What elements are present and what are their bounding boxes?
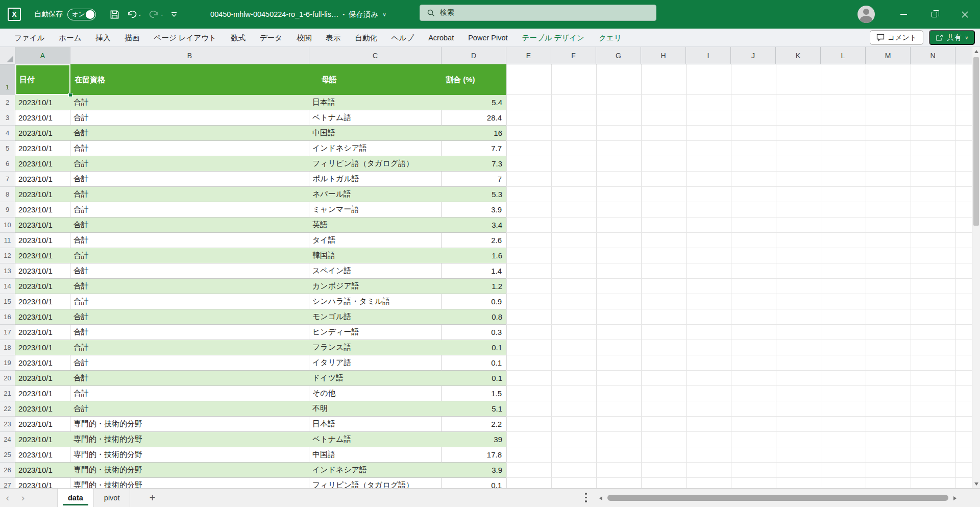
- row-header-18[interactable]: 18: [0, 340, 15, 355]
- cell-status-10[interactable]: 合計: [70, 218, 309, 233]
- cell-language-21[interactable]: その他: [309, 386, 442, 401]
- row-header-25[interactable]: 25: [0, 447, 15, 463]
- scroll-left-button[interactable]: [596, 493, 605, 502]
- comments-button[interactable]: コメント: [870, 30, 923, 45]
- cell-language-14[interactable]: カンボジア語: [309, 279, 442, 294]
- search-input[interactable]: 検索: [420, 5, 656, 21]
- row-header-13[interactable]: 13: [0, 263, 15, 279]
- cell-B1[interactable]: 在留資格: [70, 64, 309, 95]
- cell-date-11[interactable]: 2023/10/1: [15, 233, 70, 248]
- row-header-12[interactable]: 12: [0, 248, 15, 263]
- empty-cells-filler[interactable]: [506, 218, 972, 233]
- row-header-22[interactable]: 22: [0, 401, 15, 417]
- cell-value-15[interactable]: 0.9: [442, 294, 506, 309]
- cell-language-8[interactable]: ネパール語: [309, 187, 442, 202]
- cell-value-18[interactable]: 0.1: [442, 340, 506, 355]
- cell-value-8[interactable]: 5.3: [442, 187, 506, 202]
- empty-cells-filler[interactable]: [506, 279, 972, 294]
- cell-status-5[interactable]: 合計: [70, 141, 309, 156]
- scroll-right-button[interactable]: [950, 493, 960, 502]
- cell-date-24[interactable]: 2023/10/1: [15, 432, 70, 447]
- cell-status-19[interactable]: 合計: [70, 355, 309, 371]
- sheet-options-menu-icon[interactable]: [585, 493, 587, 504]
- empty-cells-filler[interactable]: [506, 141, 972, 156]
- cell-status-16[interactable]: 合計: [70, 309, 309, 325]
- ribbon-tab-自動化[interactable]: 自動化: [348, 29, 384, 47]
- empty-cells-filler[interactable]: [506, 340, 972, 355]
- empty-cells-filler[interactable]: [506, 325, 972, 340]
- empty-cells-filler[interactable]: [506, 386, 972, 401]
- row-header-15[interactable]: 15: [0, 294, 15, 309]
- empty-cells-filler[interactable]: [506, 263, 972, 279]
- ribbon-tab-挿入[interactable]: 挿入: [89, 29, 118, 47]
- save-status-chevron-icon[interactable]: ∨: [382, 12, 386, 17]
- empty-cells-filler[interactable]: [506, 309, 972, 325]
- cell-language-5[interactable]: インドネシア語: [309, 141, 442, 156]
- cell-value-27[interactable]: 0.1: [442, 478, 506, 488]
- column-header-F[interactable]: F: [551, 47, 596, 64]
- cell-value-14[interactable]: 1.2: [442, 279, 506, 294]
- empty-cells-filler[interactable]: [506, 172, 972, 187]
- cell-value-20[interactable]: 0.1: [442, 371, 506, 386]
- customize-toolbar-button[interactable]: [168, 9, 180, 19]
- row-header-16[interactable]: 16: [0, 309, 15, 325]
- ribbon-tab-ファイル[interactable]: ファイル: [7, 29, 52, 47]
- cell-language-16[interactable]: モンゴル語: [309, 309, 442, 325]
- cell-status-3[interactable]: 合計: [70, 110, 309, 126]
- cell-status-22[interactable]: 合計: [70, 401, 309, 417]
- row-header-4[interactable]: 4: [0, 126, 15, 141]
- row-header-11[interactable]: 11: [0, 233, 15, 248]
- undo-dropdown-icon[interactable]: ⌄: [138, 12, 142, 17]
- add-sheet-button[interactable]: +: [144, 492, 160, 504]
- fill-handle[interactable]: [68, 93, 72, 97]
- cell-date-8[interactable]: 2023/10/1: [15, 187, 70, 202]
- row-header-23[interactable]: 23: [0, 417, 15, 432]
- cell-language-10[interactable]: 英語: [309, 218, 442, 233]
- empty-cells-filler[interactable]: [506, 187, 972, 202]
- cell-status-20[interactable]: 合計: [70, 371, 309, 386]
- cell-status-23[interactable]: 専門的・技術的分野: [70, 417, 309, 432]
- empty-cells-filler[interactable]: [506, 64, 972, 95]
- empty-cells-filler[interactable]: [506, 371, 972, 386]
- sheet-nav-next-icon[interactable]: ›: [15, 492, 31, 503]
- empty-cells-filler[interactable]: [506, 202, 972, 218]
- cell-status-6[interactable]: 合計: [70, 156, 309, 172]
- row-header-24[interactable]: 24: [0, 432, 15, 447]
- cell-status-26[interactable]: 専門的・技術的分野: [70, 463, 309, 478]
- cell-date-12[interactable]: 2023/10/1: [15, 248, 70, 263]
- empty-cells-filler[interactable]: [506, 417, 972, 432]
- cell-value-12[interactable]: 1.6: [442, 248, 506, 263]
- cell-language-25[interactable]: 中国語: [309, 447, 442, 463]
- cell-date-4[interactable]: 2023/10/1: [15, 126, 70, 141]
- share-dropdown-icon[interactable]: ∨: [965, 35, 968, 40]
- ribbon-tab-ヘルプ[interactable]: ヘルプ: [384, 29, 422, 47]
- empty-cells-filler[interactable]: [506, 248, 972, 263]
- column-header-B[interactable]: B: [70, 47, 309, 64]
- cell-language-27[interactable]: フィリピン語（タガログ語）: [309, 478, 442, 488]
- cell-status-21[interactable]: 合計: [70, 386, 309, 401]
- ribbon-tab-Acrobat[interactable]: Acrobat: [421, 29, 461, 47]
- scroll-up-button[interactable]: [972, 47, 980, 56]
- empty-cells-filler[interactable]: [506, 294, 972, 309]
- cell-date-3[interactable]: 2023/10/1: [15, 110, 70, 126]
- ribbon-tab-ページ レイアウト[interactable]: ページ レイアウト: [147, 29, 224, 47]
- cell-value-13[interactable]: 1.4: [442, 263, 506, 279]
- account-avatar[interactable]: [857, 6, 875, 23]
- row-header-1[interactable]: 1: [0, 64, 15, 95]
- row-header-26[interactable]: 26: [0, 463, 15, 478]
- cell-value-9[interactable]: 3.9: [442, 202, 506, 218]
- close-button[interactable]: [949, 0, 980, 29]
- cell-status-14[interactable]: 合計: [70, 279, 309, 294]
- cell-value-25[interactable]: 17.8: [442, 447, 506, 463]
- horizontal-scrollbar[interactable]: [596, 488, 972, 507]
- cell-date-14[interactable]: 2023/10/1: [15, 279, 70, 294]
- cell-value-17[interactable]: 0.3: [442, 325, 506, 340]
- cell-value-3[interactable]: 28.4: [442, 110, 506, 126]
- cell-language-11[interactable]: タイ語: [309, 233, 442, 248]
- cell-status-27[interactable]: 専門的・技術的分野: [70, 478, 309, 488]
- excel-app-icon[interactable]: X: [8, 8, 21, 21]
- empty-cells-filler[interactable]: [506, 95, 972, 110]
- column-header-I[interactable]: I: [686, 47, 731, 64]
- cell-date-21[interactable]: 2023/10/1: [15, 386, 70, 401]
- autosave-control[interactable]: 自動保存 オン: [34, 9, 96, 20]
